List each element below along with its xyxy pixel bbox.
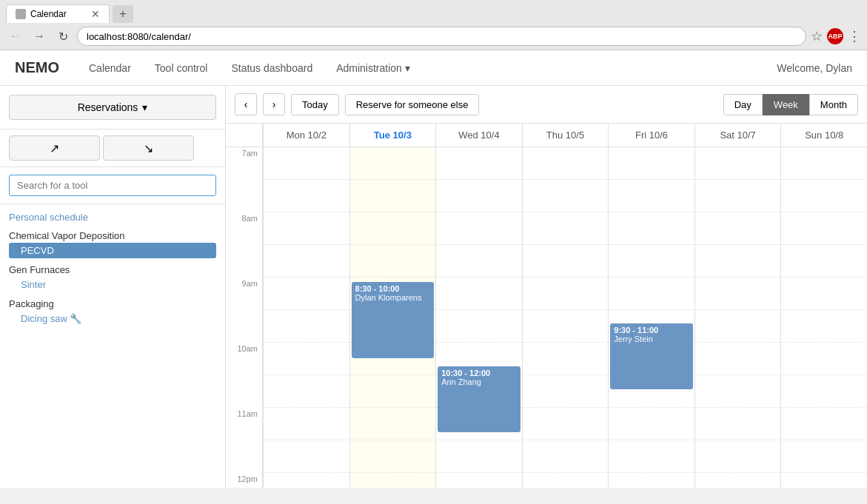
dicing-saw-link[interactable]: Dicing saw 🔧 bbox=[21, 312, 81, 326]
cal-slot-d3-s5 bbox=[523, 310, 609, 343]
calendar-header-row: Mon 10/2 Tue 10/3 Wed 10/4 Thu 10/5 Fri … bbox=[226, 124, 867, 147]
cal-day-mon bbox=[263, 147, 349, 488]
cal-slot-d1-s8 bbox=[350, 408, 436, 440]
sidebar-icons-row: ↗ ↘ bbox=[0, 130, 225, 167]
cal-slot-d4-s10 bbox=[609, 473, 694, 488]
cal-slot-d6-s0 bbox=[781, 147, 867, 180]
search-area bbox=[0, 167, 225, 204]
cal-header-thu: Thu 10/5 bbox=[522, 124, 609, 147]
sidebar-group-title-furnaces[interactable]: Gen Furnaces bbox=[9, 264, 216, 275]
sidebar-group-cvd: Chemical Vapor Deposition PECVD bbox=[9, 230, 216, 258]
week-view-button[interactable]: Week bbox=[763, 94, 809, 115]
reservations-button[interactable]: Reservations ▾ bbox=[9, 95, 216, 120]
sidebar-item-pecvd[interactable]: PECVD bbox=[9, 243, 216, 258]
cal-slot-d6-s7 bbox=[781, 375, 867, 408]
cal-day-tue: 8:30 - 10:00Dylan Klomparens bbox=[349, 147, 436, 488]
cal-slot-d4-s2 bbox=[609, 212, 694, 245]
forward-button[interactable]: → bbox=[30, 27, 49, 46]
collapse-icon-button[interactable]: ↗ bbox=[9, 135, 100, 161]
sidebar-item-sinter[interactable]: Sinter bbox=[9, 277, 216, 292]
browser-tab[interactable]: Calendar ✕ bbox=[6, 4, 110, 23]
top-nav: NEMO Calendar Tool control Status dashbo… bbox=[0, 50, 867, 86]
nav-link-administration[interactable]: Administration ▾ bbox=[324, 52, 422, 84]
cal-slot-d2-s2 bbox=[436, 212, 522, 245]
cal-slot-d6-s2 bbox=[781, 212, 867, 245]
time-slot-1 bbox=[226, 180, 263, 212]
cal-slot-d0-s7 bbox=[264, 375, 349, 408]
cal-slot-d5-s0 bbox=[695, 147, 781, 180]
cal-slot-d3-s7 bbox=[523, 375, 609, 408]
next-week-button[interactable]: › bbox=[263, 93, 285, 115]
cal-slot-d1-s0 bbox=[350, 147, 436, 180]
cal-slot-d3-s10 bbox=[523, 473, 609, 488]
time-slot-0: 7am bbox=[226, 147, 263, 180]
time-slot-6: 10am bbox=[226, 343, 263, 375]
calendar-corner bbox=[226, 124, 263, 147]
cal-slot-d3-s1 bbox=[523, 180, 609, 212]
cal-slot-d4-s4 bbox=[609, 278, 694, 310]
cal-slot-d6-s1 bbox=[781, 180, 867, 212]
cal-slot-d3-s6 bbox=[523, 343, 609, 375]
personal-schedule-link[interactable]: Personal schedule bbox=[9, 210, 216, 224]
abp-button[interactable]: ABP bbox=[827, 28, 843, 44]
time-slot-3 bbox=[226, 245, 263, 278]
cal-slot-d1-s1 bbox=[350, 180, 436, 212]
cal-day-thu bbox=[522, 147, 609, 488]
cal-slot-d4-s3 bbox=[609, 245, 694, 278]
sidebar-group-title-packaging[interactable]: Packaging bbox=[9, 298, 216, 309]
cal-day-sat bbox=[694, 147, 781, 488]
prev-week-button[interactable]: ‹ bbox=[235, 93, 257, 115]
cal-slot-d1-s7 bbox=[350, 375, 436, 408]
new-tab-button[interactable]: + bbox=[113, 5, 133, 23]
cal-slot-d6-s3 bbox=[781, 245, 867, 278]
time-slot-4: 9am bbox=[226, 278, 263, 310]
sidebar-group-title-cvd[interactable]: Chemical Vapor Deposition bbox=[9, 230, 216, 241]
calendar-event-event1[interactable]: 8:30 - 10:00Dylan Klomparens bbox=[352, 282, 435, 358]
cal-slot-d4-s0 bbox=[609, 147, 694, 180]
today-button[interactable]: Today bbox=[291, 94, 339, 115]
url-bar[interactable] bbox=[77, 27, 806, 46]
calendar-event-event3[interactable]: 9:30 - 11:00Jerry Stein bbox=[610, 323, 693, 390]
sidebar-item-dicing-saw[interactable]: Dicing saw 🔧 bbox=[9, 311, 216, 326]
day-view-button[interactable]: Day bbox=[723, 94, 763, 115]
cal-slot-d3-s8 bbox=[523, 408, 609, 440]
month-view-button[interactable]: Month bbox=[809, 94, 858, 115]
event-name-event3: Jerry Stein bbox=[614, 335, 689, 343]
nav-link-tool-control[interactable]: Tool control bbox=[143, 52, 220, 84]
cal-slot-d2-s9 bbox=[436, 440, 522, 473]
cal-slot-d2-s4 bbox=[436, 278, 522, 310]
browser-toolbar: ← → ↻ ☆ ABP ⋮ bbox=[0, 23, 867, 50]
expand-icon-button[interactable]: ↘ bbox=[103, 135, 194, 161]
nav-link-calendar[interactable]: Calendar bbox=[77, 52, 143, 84]
cal-header-sat: Sat 10/7 bbox=[694, 124, 781, 147]
search-input[interactable] bbox=[9, 175, 216, 196]
reservations-label: Reservations bbox=[78, 101, 138, 113]
refresh-button[interactable]: ↻ bbox=[53, 27, 73, 46]
sinter-link[interactable]: Sinter bbox=[21, 278, 46, 292]
cal-header-wed: Wed 10/4 bbox=[435, 124, 522, 147]
cal-header-fri: Fri 10/6 bbox=[608, 124, 694, 147]
nav-link-status-dashboard[interactable]: Status dashboard bbox=[219, 52, 324, 84]
tab-icon bbox=[16, 9, 26, 19]
tab-close-button[interactable]: ✕ bbox=[91, 8, 100, 20]
browser-menu-button[interactable]: ⋮ bbox=[848, 28, 861, 44]
reserve-for-someone-button[interactable]: Reserve for someone else bbox=[345, 94, 480, 115]
time-slot-9 bbox=[226, 440, 263, 473]
sidebar-list: Personal schedule Chemical Vapor Deposit… bbox=[0, 204, 225, 332]
administration-label: Administration bbox=[336, 62, 402, 74]
back-button[interactable]: ← bbox=[6, 27, 25, 46]
cal-slot-d5-s8 bbox=[695, 408, 781, 440]
cal-slot-d0-s5 bbox=[264, 310, 349, 343]
calendar-event-event2[interactable]: 10:30 - 12:00Ann Zhang bbox=[438, 366, 520, 433]
admin-dropdown-icon: ▾ bbox=[405, 62, 410, 74]
cal-slot-d6-s8 bbox=[781, 408, 867, 440]
view-buttons: Day Week Month bbox=[723, 94, 858, 115]
cal-slot-d5-s7 bbox=[695, 375, 781, 408]
calendar-grid: Mon 10/2 Tue 10/3 Wed 10/4 Thu 10/5 Fri … bbox=[226, 124, 867, 488]
bookmark-icon[interactable]: ☆ bbox=[811, 28, 823, 44]
time-slot-10: 12pm bbox=[226, 473, 263, 488]
cal-slot-d3-s0 bbox=[523, 147, 609, 180]
cal-slot-d0-s8 bbox=[264, 408, 349, 440]
time-slot-8: 11am bbox=[226, 408, 263, 440]
cal-slot-d0-s6 bbox=[264, 343, 349, 375]
